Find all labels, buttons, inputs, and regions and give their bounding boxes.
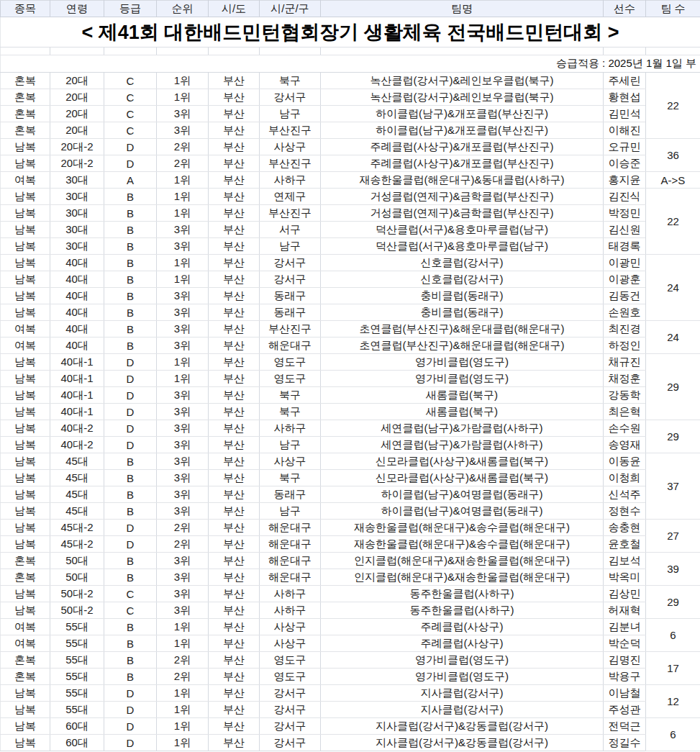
cell-team: 지사클럽(강서구) xyxy=(321,702,604,718)
cell-team: 새롬클럽(북구) xyxy=(321,387,604,404)
results-tbody: 혼복20대C1위부산북구녹산클럽(강서구)&레인보우클럽(북구)주세린22혼복2… xyxy=(1,73,700,751)
cell-grade: B xyxy=(104,553,157,569)
team-count-cell: 24 xyxy=(646,255,700,321)
table-row: 여복40대B3위부산부산진구초연클럽(부산진구)&해운대클럽(해운대구)최진경2… xyxy=(1,321,700,338)
cell-district: 부산진구 xyxy=(260,205,321,222)
cell-player: 박옥미 xyxy=(604,569,646,586)
cell-province: 부산 xyxy=(209,503,260,520)
cell-grade: B xyxy=(104,503,157,520)
cell-rank: 3위 xyxy=(157,288,209,304)
cell-player: 김명진 xyxy=(604,652,646,669)
cell-grade: B xyxy=(104,321,157,338)
cell-age: 45대 xyxy=(50,453,104,470)
cell-team: 하이클럽(남구)&개포클럽(부산진구) xyxy=(321,122,604,139)
team-count-cell: 6 xyxy=(646,619,700,652)
cell-team: 세연클럽(남구)&가람클럽(사하구) xyxy=(321,420,604,437)
cell-district: 남구 xyxy=(260,106,321,122)
cell-province: 부산 xyxy=(209,189,260,205)
cell-rank: 3위 xyxy=(157,569,209,586)
cell-district: 해운대구 xyxy=(260,536,321,553)
table-row: 남복40대B3위부산동래구충비클럽(동래구)김동건 xyxy=(1,288,700,304)
cell-rank: 3위 xyxy=(157,486,209,503)
cell-grade: D xyxy=(104,685,157,702)
cell-grade: D xyxy=(104,437,157,453)
cell-age: 40대-1 xyxy=(50,371,104,387)
cell-event: 남복 xyxy=(1,222,50,238)
cell-rank: 3위 xyxy=(157,238,209,255)
table-row: 혼복20대C1위부산북구녹산클럽(강서구)&레인보우클럽(북구)주세린22 xyxy=(1,73,700,89)
cell-player: 송영재 xyxy=(604,437,646,453)
cell-team: 영가비클럽(영도구) xyxy=(321,669,604,685)
spacer-cell xyxy=(209,47,260,55)
header-team: 팀명 xyxy=(321,1,604,17)
cell-province: 부산 xyxy=(209,139,260,155)
team-count-cell: 29 xyxy=(646,586,700,619)
cell-district: 동래구 xyxy=(260,288,321,304)
cell-province: 부산 xyxy=(209,536,260,553)
table-row: 남복45대B3위부산동래구하이클럽(남구)&여명클럽(동래구)신석주 xyxy=(1,486,700,503)
cell-age: 55대 xyxy=(50,635,104,652)
cell-age: 40대 xyxy=(50,271,104,288)
table-row: 남복30대B1위부산부산진구거성클럽(연제구)&금학클럽(부산진구)박정민 xyxy=(1,205,700,222)
cell-age: 20대 xyxy=(50,122,104,139)
cell-province: 부산 xyxy=(209,222,260,238)
table-row: 혼복50대B3위부산해운대구인지클럽(해운대구)&재송한울클럽(해운대구)김보석… xyxy=(1,553,700,569)
cell-rank: 3위 xyxy=(157,122,209,139)
cell-player: 채규진 xyxy=(604,354,646,371)
cell-event: 남복 xyxy=(1,288,50,304)
table-row: 남복50대-2C3위부산사하구동주한울클럽(사하구)김상민29 xyxy=(1,586,700,602)
cell-rank: 3위 xyxy=(157,470,209,486)
team-count-cell: 17 xyxy=(646,652,700,685)
table-row: 여복30대A1위부산사하구재송한울클럽(해운대구)&동대클럽(사하구)홍지윤A-… xyxy=(1,172,700,189)
cell-rank: 1위 xyxy=(157,635,209,652)
cell-age: 55대 xyxy=(50,652,104,669)
cell-district: 부산진구 xyxy=(260,155,321,172)
cell-grade: D xyxy=(104,155,157,172)
table-row: 혼복55대B2위부산영도구영가비클럽(영도구)박용구 xyxy=(1,669,700,685)
cell-grade: B xyxy=(104,222,157,238)
table-row: 남복20대-2D2위부산사상구주례클럽(사상구)&개포클럽(부산진구)오규민36 xyxy=(1,139,700,155)
cell-province: 부산 xyxy=(209,238,260,255)
table-row: 남복60대D1위부산강서구지사클럽(강서구)&강동클럽(강서구)정길수 xyxy=(1,735,700,751)
cell-event: 남복 xyxy=(1,586,50,602)
cell-player: 정길수 xyxy=(604,735,646,751)
cell-event: 여복 xyxy=(1,321,50,338)
cell-event: 남복 xyxy=(1,437,50,453)
header-rank: 순위 xyxy=(157,1,209,17)
cell-event: 남복 xyxy=(1,255,50,271)
table-row: 남복20대-2D2위부산부산진구주례클럽(사상구)&개포클럽(부산진구)이승준 xyxy=(1,155,700,172)
cell-team: 지사클럽(강서구)&강동클럽(강서구) xyxy=(321,718,604,735)
cell-event: 남복 xyxy=(1,354,50,371)
cell-age: 45대 xyxy=(50,486,104,503)
cell-district: 사하구 xyxy=(260,602,321,619)
notice-row: 승급적용 : 2025년 1월 1일 부 xyxy=(1,55,700,73)
cell-rank: 3위 xyxy=(157,420,209,437)
table-row: 남복40대-2D3위부산남구세연클럽(남구)&가람클럽(사하구)송영재 xyxy=(1,437,700,453)
cell-province: 부산 xyxy=(209,553,260,569)
cell-rank: 2위 xyxy=(157,652,209,669)
cell-age: 30대 xyxy=(50,238,104,255)
cell-district: 영도구 xyxy=(260,354,321,371)
cell-province: 부산 xyxy=(209,652,260,669)
table-row: 남복40대B1위부산강서구신호클럽(강서구)이광민24 xyxy=(1,255,700,271)
cell-player: 윤호철 xyxy=(604,536,646,553)
cell-rank: 3위 xyxy=(157,437,209,453)
cell-province: 부산 xyxy=(209,371,260,387)
cell-grade: C xyxy=(104,586,157,602)
cell-province: 부산 xyxy=(209,172,260,189)
cell-player: 전덕근 xyxy=(604,718,646,735)
header-district: 시/군/구 xyxy=(260,1,321,17)
cell-player: 태경록 xyxy=(604,238,646,255)
cell-grade: D xyxy=(104,718,157,735)
cell-province: 부산 xyxy=(209,520,260,536)
cell-rank: 2위 xyxy=(157,536,209,553)
cell-grade: D xyxy=(104,735,157,751)
cell-district: 강서구 xyxy=(260,255,321,271)
cell-age: 50대 xyxy=(50,569,104,586)
cell-province: 부산 xyxy=(209,354,260,371)
cell-player: 최진경 xyxy=(604,321,646,338)
cell-province: 부산 xyxy=(209,569,260,586)
cell-province: 부산 xyxy=(209,387,260,404)
cell-district: 남구 xyxy=(260,238,321,255)
cell-age: 40대 xyxy=(50,338,104,354)
